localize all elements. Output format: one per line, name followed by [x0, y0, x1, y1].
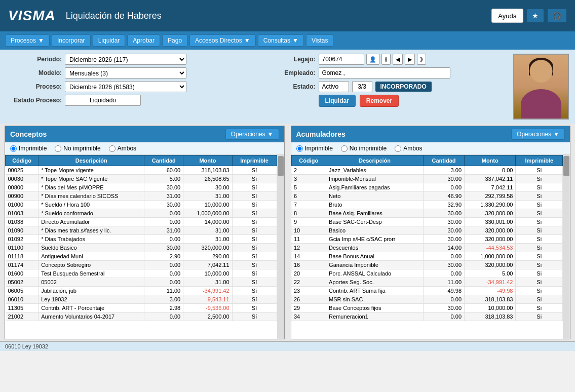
table-row[interactable]: 6 Neto 46.90 292,799.58 Si [291, 192, 563, 201]
acumuladores-radio-no-imprimible[interactable]: No imprimible [341, 145, 387, 152]
table-row[interactable]: 26 MSR sin SAC 0.00 318,103.83 Si [291, 295, 563, 304]
remover-button[interactable]: Remover [360, 95, 399, 107]
conceptos-header-row: Código Descripción Cantidad Monto Imprim… [6, 155, 277, 166]
periodo-select[interactable]: Diciembre 2026 (117) [65, 54, 186, 65]
proceso-select[interactable]: Diciembre 2026 (61583) [65, 81, 186, 92]
table-row[interactable]: 00800 * Dias del Mes p/MOPRE 30.00 30.00… [6, 183, 277, 192]
table-row[interactable]: 01000 * Sueldo / Hora 100 30.00 10,000.0… [6, 201, 277, 209]
toolbar-aprobar[interactable]: Aprobar [127, 34, 160, 47]
table-row[interactable]: 21002 Aumento Voluntarios 04-2017 0.00 2… [6, 312, 277, 321]
cell-cantidad: 0.00 [144, 261, 183, 269]
table-row[interactable]: 06010 Ley 19032 3.00 -9,543.11 Sí [6, 295, 277, 304]
table-row[interactable]: 20 Porc. ANSSAL Calculado 0.00 5.00 Si [291, 269, 563, 278]
table-row[interactable]: 9 Base SAC-Cert-Desp 30.00 330,001.00 Si [291, 218, 563, 226]
table-row[interactable]: 23 Contrib. ART Suma fija 49.98 -49.98 S… [291, 287, 563, 295]
legajo-prev-btn[interactable]: ◀ [393, 54, 403, 65]
conceptos-radio-ambos[interactable]: Ambos [109, 145, 136, 152]
table-row[interactable]: 00030 * Tope Mopre SAC Vigente 5.00 26,5… [6, 175, 277, 183]
table-row[interactable]: 3 Imponible-Mensual 30.00 337,042.11 Si [291, 175, 563, 183]
acumuladores-radio-imprimible[interactable]: Imprimible [296, 145, 333, 152]
cell-cantidad: 0.00 [144, 235, 183, 244]
acumuladores-table-scroll[interactable]: Código Descripción Cantidad Monto Imprim… [291, 155, 563, 339]
table-row[interactable]: 01038 Directo Acumulador 0.00 14,000.00 … [6, 218, 277, 226]
footer: 06010 Ley 19032 [0, 341, 575, 351]
table-row[interactable]: 7 Bruto 32.90 1,330,290.00 Si [291, 201, 563, 209]
app-title: Liquidación de Haberes [66, 11, 162, 21]
toolbar-pago[interactable]: Pago [162, 34, 187, 47]
table-row[interactable]: 2 Jazz_Variables 3.00 0.00 Si [291, 166, 563, 175]
legajo-input[interactable]: 700674 [319, 54, 364, 65]
cell-cantidad: 60.00 [144, 166, 183, 175]
cell-monto: 10,000.00 [183, 269, 232, 278]
toolbar-consultas[interactable]: Consultas ▼ [258, 34, 304, 47]
table-row[interactable]: 16 Ganancia Imponible 30.00 320,000.00 S… [291, 261, 563, 269]
table-row[interactable]: 06005 Jubilación, jub 11.00 -34,991.42 S… [6, 287, 277, 295]
cell-cantidad: 30.00 [424, 304, 465, 312]
table-row[interactable]: 00025 * Tope Mopre vigente 60.00 318,103… [6, 166, 277, 175]
table-row[interactable]: 01600 Test Busqueda Semestral 0.00 10,00… [6, 269, 277, 278]
legajo-first-btn[interactable]: ⟪ [381, 54, 391, 65]
legajo-last-btn[interactable]: ⟫ [417, 54, 426, 65]
toolbar-vistas[interactable]: Vistas [306, 34, 333, 47]
conceptos-table-scroll[interactable]: Código Descripción Cantidad Monto Imprim… [5, 155, 277, 339]
toolbar-procesos[interactable]: Procesos ▼ [5, 34, 50, 47]
cell-codigo: 29 [291, 304, 326, 312]
conceptos-col-descripcion: Descripción [39, 155, 144, 166]
acumuladores-ops-button[interactable]: Operaciones ▼ [511, 129, 565, 140]
table-row[interactable]: 01003 * Sueldo conformado 0.00 1,000,000… [6, 209, 277, 218]
conceptos-table: Código Descripción Cantidad Monto Imprim… [5, 155, 277, 321]
toolbar-liquidar[interactable]: Liquidar [93, 34, 126, 47]
cell-imprimible: Sí [232, 166, 277, 175]
table-row[interactable]: 01118 Antiguedad Muni 2.90 290.00 Sí [6, 252, 277, 261]
toolbar-accesos-directos[interactable]: Accesos Directos ▼ [189, 34, 256, 47]
cell-monto: 320,000.00 [465, 235, 516, 244]
table-row[interactable]: 11305 Contrib. ART - Porcentaje 2.98 -9,… [6, 304, 277, 312]
table-row[interactable]: 01174 Concepto Sobregiro 0.00 7,042.11 S… [6, 261, 277, 269]
headset-button[interactable]: 🎧 [547, 9, 567, 23]
legajo-next-btn[interactable]: ▶ [405, 54, 415, 65]
conceptos-ops-button[interactable]: Operaciones ▼ [225, 129, 279, 140]
cell-descripcion: Antiguedad Muni [39, 252, 144, 261]
table-row[interactable]: 12 Descuentos 14.00 -44,534.53 Si [291, 244, 563, 252]
cell-monto: 292,799.58 [465, 192, 516, 201]
star-button[interactable]: ★ [526, 9, 544, 23]
cell-cantidad: 30.00 [424, 226, 465, 235]
acumuladores-radio-ambos[interactable]: Ambos [395, 145, 422, 152]
table-row[interactable]: 01092 * Dias Trabajados 0.00 31.00 Sí [6, 235, 277, 244]
table-row[interactable]: 05002 05002 0.00 31.00 Sí [6, 278, 277, 287]
toolbar-incorporar[interactable]: Incorporar [52, 34, 91, 47]
table-row[interactable]: 11 Gcia Imp s/HE c/SAC prorr 30.00 320,0… [291, 235, 563, 244]
legajo-person-btn[interactable]: 👤 [366, 54, 379, 65]
table-row[interactable]: 8 Base Asiq. Familiares 30.00 320,000.00… [291, 209, 563, 218]
table-row[interactable]: 10 Basico 30.00 320,000.00 Si [291, 226, 563, 235]
table-row[interactable]: 5 Asig.Familiares pagadas 0.00 7,042.11 … [291, 183, 563, 192]
estado-proceso-input[interactable]: Liquidado [65, 95, 141, 106]
table-row[interactable]: 00900 * Días mes calendario SICOSS 31.00… [6, 192, 277, 201]
table-row[interactable]: 01090 * Dias mes trab.s/fases y lic. 31.… [6, 226, 277, 235]
table-row[interactable]: 29 Base Conceptos fijos 30.00 10,000.00 … [291, 304, 563, 312]
cell-imprimible: Sí [232, 218, 277, 226]
acumuladores-scrollbar[interactable] [563, 155, 570, 339]
table-row[interactable]: 22 Aportes Seg. Soc. 11.00 -34,991.42 Si [291, 278, 563, 287]
conceptos-col-cantidad: Cantidad [144, 155, 183, 166]
table-row[interactable]: 14 Base Bonus Anual 0.00 1,000,000.00 Si [291, 252, 563, 261]
conceptos-scrollbar[interactable] [277, 155, 284, 339]
conceptos-radio-imprimible[interactable]: Imprimible [10, 145, 47, 152]
help-button[interactable]: Ayuda [491, 9, 523, 23]
cell-descripcion: Basico [326, 226, 424, 235]
cell-codigo: 01003 [6, 209, 39, 218]
conceptos-radio-no-imprimible[interactable]: No imprimible [55, 145, 100, 152]
legajo-row: Legajo: 700674 👤 ⟪ ◀ ▶ ⟫ [260, 54, 509, 65]
estado-activo-input[interactable] [319, 81, 349, 92]
cell-descripcion: Bruto [326, 201, 424, 209]
acumuladores-scroll-thumb [563, 156, 569, 176]
cell-monto: 320,000.00 [465, 261, 516, 269]
table-row[interactable]: 01100 Sueldo Basico 30.00 320,000.00 Sí [6, 244, 277, 252]
empleado-input[interactable]: Gomez , [319, 67, 450, 79]
acumuladores-col-monto: Monto [465, 155, 516, 166]
liquidar-button[interactable]: Liquidar [319, 95, 356, 107]
modelo-select[interactable]: Mensuales (3) [65, 67, 186, 79]
conceptos-ops-chevron-icon: ▼ [267, 131, 274, 138]
table-row[interactable]: 34 Remuneracion1 0.00 318,103.83 Si [291, 312, 563, 321]
estado-proceso-row: Estado Proceso: Liquidado [6, 95, 255, 106]
